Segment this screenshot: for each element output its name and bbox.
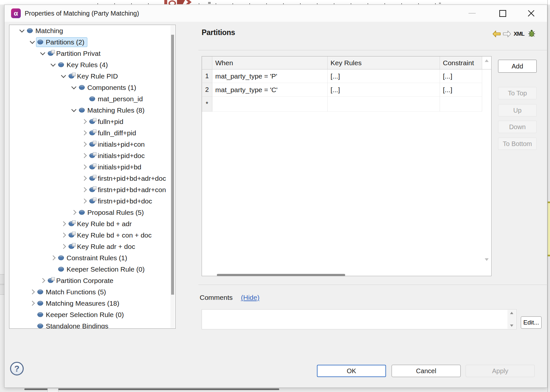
maximize-button[interactable] [496, 8, 509, 19]
tree-item[interactable]: Keeper Selection Rule (0) [9, 309, 175, 320]
chevron-collapsed-icon[interactable] [71, 210, 76, 215]
scroll-up-icon[interactable] [485, 59, 489, 62]
to-bottom-button[interactable]: To Bottom [498, 138, 537, 150]
tree-item[interactable]: mat_person_id [9, 93, 175, 104]
tree-item[interactable]: initials+pid+doc [9, 150, 175, 161]
table-cell[interactable] [328, 97, 440, 112]
chevron-collapsed-icon[interactable] [61, 221, 66, 227]
chevron-expanded-icon[interactable] [61, 73, 66, 78]
chevron-collapsed-icon[interactable] [81, 153, 87, 158]
tree-item[interactable]: Key Rules (4) [9, 59, 175, 70]
tree-item[interactable]: Partitions (2) [9, 36, 175, 48]
forward-arrow-icon[interactable] [503, 30, 511, 38]
chevron-expanded-icon[interactable] [30, 39, 35, 44]
tree-item[interactable]: Keeper Selection Rule (0) [9, 263, 175, 275]
tree-item[interactable]: Components (1) [9, 82, 175, 93]
chevron-collapsed-icon[interactable] [81, 176, 87, 181]
chevron-collapsed-icon[interactable] [30, 289, 35, 295]
chevron-collapsed-icon[interactable] [40, 278, 45, 283]
chevron-collapsed-icon[interactable] [81, 165, 87, 170]
chevron-collapsed-icon[interactable] [61, 233, 66, 238]
tree-item[interactable]: Matching Measures (18) [9, 298, 175, 309]
tree-item[interactable]: Standalone Bindings [9, 320, 175, 329]
table-cell[interactable] [440, 97, 482, 112]
chevron-expanded-icon[interactable] [71, 84, 76, 90]
tree-item-label: Keeper Selection Rule (0) [67, 265, 144, 273]
add-button[interactable]: Add [498, 60, 537, 73]
chevron-collapsed-icon[interactable] [81, 130, 87, 136]
table-cell[interactable]: [...] [440, 69, 482, 83]
comments-input[interactable] [202, 310, 508, 330]
chevron-collapsed-icon[interactable] [61, 244, 66, 249]
tree-item[interactable]: Key Rule bd + con + doc [9, 229, 175, 241]
tree-item[interactable]: fulln+pid [9, 116, 175, 127]
maximize-icon [499, 10, 506, 17]
table-cell[interactable] [212, 97, 328, 112]
chevron-expanded-icon[interactable] [19, 28, 24, 33]
tree-item[interactable]: Partition Corporate [9, 275, 175, 286]
edit-comments-button[interactable]: Edit... [521, 316, 542, 329]
column-header-key-rules[interactable]: Key Rules [328, 56, 440, 69]
tree-item[interactable]: Matching [9, 25, 175, 36]
column-header-when[interactable]: When [212, 56, 328, 69]
chevron-collapsed-icon[interactable] [50, 255, 56, 261]
minimize-button[interactable] [466, 8, 479, 19]
table-cell[interactable]: mat_party_type = 'C' [212, 83, 328, 97]
tree-item[interactable]: Constraint Rules (1) [9, 252, 175, 263]
table-row[interactable]: 2mat_party_type = 'C'[...][...] [202, 83, 491, 97]
help-icon[interactable]: ? [10, 362, 24, 375]
table-cell[interactable]: [...] [440, 83, 482, 97]
tree-item[interactable]: Proposal Rules (5) [9, 207, 175, 218]
table-cell[interactable]: [...] [328, 83, 440, 97]
chevron-collapsed-icon[interactable] [30, 301, 35, 306]
tree-item[interactable]: Match Functions (5) [9, 286, 175, 298]
table-row[interactable]: 1mat_party_type = 'P'[...][...] [202, 69, 491, 83]
comments-scrollbar[interactable] [507, 310, 516, 329]
table-cell[interactable]: mat_party_type = 'P' [212, 69, 328, 83]
column-header-constraint[interactable]: Constraint [440, 56, 482, 69]
cancel-button[interactable]: Cancel [392, 365, 461, 377]
table-cell[interactable]: [...] [328, 69, 440, 83]
scroll-up-icon[interactable] [510, 312, 513, 314]
scroll-down-icon[interactable] [485, 261, 489, 267]
tree-item[interactable]: Key Rule bd + adr [9, 218, 175, 229]
hide-comments-link[interactable]: (Hide) [241, 294, 259, 301]
table-vscrollbar[interactable] [482, 56, 491, 69]
tree-item[interactable]: Matching Rules (8) [9, 104, 175, 116]
chevron-expanded-icon[interactable] [71, 107, 76, 112]
close-button[interactable] [525, 8, 538, 19]
to-top-button[interactable]: To Top [498, 87, 537, 99]
table-row[interactable]: * [202, 97, 491, 112]
tree[interactable]: MatchingPartitions (2)Partition PrivatKe… [9, 25, 176, 329]
up-button[interactable]: Up [498, 104, 537, 116]
tree-scrollbar[interactable] [170, 25, 175, 328]
tree-item[interactable]: initials+pid+bd [9, 161, 175, 173]
tree-item[interactable]: firstn+pid+bd+adr+doc [9, 173, 175, 184]
tree-item[interactable]: firstn+pid+bd+adr+con [9, 184, 175, 195]
row-number[interactable]: 1 [202, 69, 212, 83]
chevron-collapsed-icon[interactable] [81, 119, 87, 124]
xml-view-button[interactable]: XML [514, 31, 524, 37]
row-number[interactable]: * [202, 97, 212, 112]
chevron-collapsed-icon[interactable] [81, 199, 87, 204]
tree-item[interactable]: firstn+pid+bd+doc [9, 195, 175, 207]
chevron-collapsed-icon[interactable] [81, 187, 87, 192]
down-button[interactable]: Down [498, 121, 537, 133]
chevron-expanded-icon[interactable] [50, 62, 56, 67]
tree-item[interactable]: initials+pid+con [9, 139, 175, 150]
chevron-collapsed-icon[interactable] [81, 142, 87, 147]
bug-icon[interactable] [527, 29, 536, 38]
tree-item[interactable]: fulln_diff+pid [9, 127, 175, 139]
apply-button[interactable]: Apply [466, 365, 535, 377]
tree-item[interactable]: Partition Privat [9, 48, 175, 59]
tree-item-label: initials+pid+bd [98, 163, 141, 171]
scroll-down-icon[interactable] [510, 325, 513, 327]
back-arrow-icon[interactable] [492, 30, 501, 38]
chevron-expanded-icon[interactable] [40, 50, 45, 55]
tree-item[interactable]: Key Rule adr + doc [9, 241, 175, 252]
ok-button[interactable]: OK [317, 365, 386, 377]
table-hscrollbar-thumb[interactable] [217, 274, 345, 276]
tree-item[interactable]: Key Rule PID [9, 70, 175, 82]
row-number[interactable]: 2 [202, 83, 212, 97]
tree-scrollbar-thumb[interactable] [171, 35, 174, 295]
